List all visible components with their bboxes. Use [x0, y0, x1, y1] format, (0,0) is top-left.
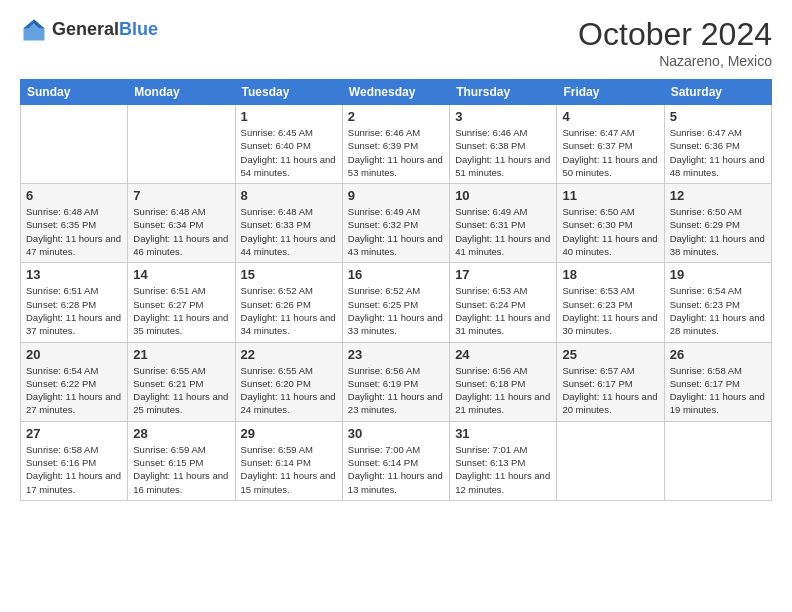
table-row — [128, 105, 235, 184]
cell-day-number: 20 — [26, 347, 122, 362]
table-row: 19Sunrise: 6:54 AM Sunset: 6:23 PM Dayli… — [664, 263, 771, 342]
cell-day-number: 4 — [562, 109, 658, 124]
cell-day-number: 13 — [26, 267, 122, 282]
cell-info: Sunrise: 6:50 AM Sunset: 6:29 PM Dayligh… — [670, 205, 766, 258]
cell-day-number: 8 — [241, 188, 337, 203]
table-row: 11Sunrise: 6:50 AM Sunset: 6:30 PM Dayli… — [557, 184, 664, 263]
cell-day-number: 6 — [26, 188, 122, 203]
table-row: 5Sunrise: 6:47 AM Sunset: 6:36 PM Daylig… — [664, 105, 771, 184]
cell-info: Sunrise: 6:46 AM Sunset: 6:39 PM Dayligh… — [348, 126, 444, 179]
cell-day-number: 3 — [455, 109, 551, 124]
cell-info: Sunrise: 6:56 AM Sunset: 6:19 PM Dayligh… — [348, 364, 444, 417]
header-thursday: Thursday — [450, 80, 557, 105]
calendar-week-row: 27Sunrise: 6:58 AM Sunset: 6:16 PM Dayli… — [21, 421, 772, 500]
cell-info: Sunrise: 6:50 AM Sunset: 6:30 PM Dayligh… — [562, 205, 658, 258]
cell-day-number: 27 — [26, 426, 122, 441]
cell-info: Sunrise: 6:59 AM Sunset: 6:14 PM Dayligh… — [241, 443, 337, 496]
header-tuesday: Tuesday — [235, 80, 342, 105]
cell-info: Sunrise: 6:47 AM Sunset: 6:37 PM Dayligh… — [562, 126, 658, 179]
weekday-header-row: Sunday Monday Tuesday Wednesday Thursday… — [21, 80, 772, 105]
cell-info: Sunrise: 6:48 AM Sunset: 6:34 PM Dayligh… — [133, 205, 229, 258]
cell-info: Sunrise: 7:00 AM Sunset: 6:14 PM Dayligh… — [348, 443, 444, 496]
table-row: 3Sunrise: 6:46 AM Sunset: 6:38 PM Daylig… — [450, 105, 557, 184]
cell-info: Sunrise: 6:47 AM Sunset: 6:36 PM Dayligh… — [670, 126, 766, 179]
cell-info: Sunrise: 6:58 AM Sunset: 6:17 PM Dayligh… — [670, 364, 766, 417]
table-row: 24Sunrise: 6:56 AM Sunset: 6:18 PM Dayli… — [450, 342, 557, 421]
cell-day-number: 5 — [670, 109, 766, 124]
month-title: October 2024 — [578, 16, 772, 53]
cell-day-number: 12 — [670, 188, 766, 203]
table-row: 28Sunrise: 6:59 AM Sunset: 6:15 PM Dayli… — [128, 421, 235, 500]
table-row: 1Sunrise: 6:45 AM Sunset: 6:40 PM Daylig… — [235, 105, 342, 184]
cell-info: Sunrise: 6:51 AM Sunset: 6:27 PM Dayligh… — [133, 284, 229, 337]
logo-text: GeneralBlue — [52, 20, 158, 40]
table-row: 22Sunrise: 6:55 AM Sunset: 6:20 PM Dayli… — [235, 342, 342, 421]
table-row: 2Sunrise: 6:46 AM Sunset: 6:39 PM Daylig… — [342, 105, 449, 184]
cell-day-number: 11 — [562, 188, 658, 203]
cell-info: Sunrise: 6:45 AM Sunset: 6:40 PM Dayligh… — [241, 126, 337, 179]
header-monday: Monday — [128, 80, 235, 105]
cell-info: Sunrise: 6:49 AM Sunset: 6:31 PM Dayligh… — [455, 205, 551, 258]
cell-info: Sunrise: 6:57 AM Sunset: 6:17 PM Dayligh… — [562, 364, 658, 417]
location: Nazareno, Mexico — [578, 53, 772, 69]
cell-info: Sunrise: 6:54 AM Sunset: 6:23 PM Dayligh… — [670, 284, 766, 337]
table-row: 15Sunrise: 6:52 AM Sunset: 6:26 PM Dayli… — [235, 263, 342, 342]
cell-info: Sunrise: 6:48 AM Sunset: 6:33 PM Dayligh… — [241, 205, 337, 258]
cell-info: Sunrise: 6:59 AM Sunset: 6:15 PM Dayligh… — [133, 443, 229, 496]
cell-day-number: 17 — [455, 267, 551, 282]
cell-day-number: 15 — [241, 267, 337, 282]
table-row: 30Sunrise: 7:00 AM Sunset: 6:14 PM Dayli… — [342, 421, 449, 500]
cell-day-number: 30 — [348, 426, 444, 441]
table-row: 13Sunrise: 6:51 AM Sunset: 6:28 PM Dayli… — [21, 263, 128, 342]
cell-info: Sunrise: 6:53 AM Sunset: 6:23 PM Dayligh… — [562, 284, 658, 337]
cell-day-number: 24 — [455, 347, 551, 362]
cell-day-number: 28 — [133, 426, 229, 441]
header-saturday: Saturday — [664, 80, 771, 105]
calendar-week-row: 20Sunrise: 6:54 AM Sunset: 6:22 PM Dayli… — [21, 342, 772, 421]
cell-day-number: 18 — [562, 267, 658, 282]
table-row — [664, 421, 771, 500]
table-row — [21, 105, 128, 184]
cell-info: Sunrise: 6:55 AM Sunset: 6:21 PM Dayligh… — [133, 364, 229, 417]
cell-info: Sunrise: 6:48 AM Sunset: 6:35 PM Dayligh… — [26, 205, 122, 258]
cell-day-number: 10 — [455, 188, 551, 203]
cell-day-number: 23 — [348, 347, 444, 362]
table-row: 25Sunrise: 6:57 AM Sunset: 6:17 PM Dayli… — [557, 342, 664, 421]
table-row: 23Sunrise: 6:56 AM Sunset: 6:19 PM Dayli… — [342, 342, 449, 421]
cell-day-number: 26 — [670, 347, 766, 362]
table-row: 17Sunrise: 6:53 AM Sunset: 6:24 PM Dayli… — [450, 263, 557, 342]
table-row: 27Sunrise: 6:58 AM Sunset: 6:16 PM Dayli… — [21, 421, 128, 500]
table-row: 9Sunrise: 6:49 AM Sunset: 6:32 PM Daylig… — [342, 184, 449, 263]
title-block: October 2024 Nazareno, Mexico — [578, 16, 772, 69]
cell-day-number: 14 — [133, 267, 229, 282]
header-sunday: Sunday — [21, 80, 128, 105]
logo: GeneralBlue — [20, 16, 158, 44]
table-row: 12Sunrise: 6:50 AM Sunset: 6:29 PM Dayli… — [664, 184, 771, 263]
cell-day-number: 29 — [241, 426, 337, 441]
header: GeneralBlue October 2024 Nazareno, Mexic… — [20, 16, 772, 69]
table-row: 4Sunrise: 6:47 AM Sunset: 6:37 PM Daylig… — [557, 105, 664, 184]
table-row: 31Sunrise: 7:01 AM Sunset: 6:13 PM Dayli… — [450, 421, 557, 500]
cell-info: Sunrise: 6:52 AM Sunset: 6:25 PM Dayligh… — [348, 284, 444, 337]
table-row: 20Sunrise: 6:54 AM Sunset: 6:22 PM Dayli… — [21, 342, 128, 421]
header-friday: Friday — [557, 80, 664, 105]
table-row: 21Sunrise: 6:55 AM Sunset: 6:21 PM Dayli… — [128, 342, 235, 421]
cell-info: Sunrise: 6:56 AM Sunset: 6:18 PM Dayligh… — [455, 364, 551, 417]
cell-day-number: 19 — [670, 267, 766, 282]
logo-blue: Blue — [119, 19, 158, 39]
table-row: 8Sunrise: 6:48 AM Sunset: 6:33 PM Daylig… — [235, 184, 342, 263]
cell-day-number: 31 — [455, 426, 551, 441]
cell-info: Sunrise: 6:49 AM Sunset: 6:32 PM Dayligh… — [348, 205, 444, 258]
calendar-table: Sunday Monday Tuesday Wednesday Thursday… — [20, 79, 772, 501]
calendar-week-row: 6Sunrise: 6:48 AM Sunset: 6:35 PM Daylig… — [21, 184, 772, 263]
cell-info: Sunrise: 6:46 AM Sunset: 6:38 PM Dayligh… — [455, 126, 551, 179]
logo-icon — [20, 16, 48, 44]
cell-day-number: 22 — [241, 347, 337, 362]
table-row: 14Sunrise: 6:51 AM Sunset: 6:27 PM Dayli… — [128, 263, 235, 342]
table-row: 26Sunrise: 6:58 AM Sunset: 6:17 PM Dayli… — [664, 342, 771, 421]
cell-day-number: 25 — [562, 347, 658, 362]
cell-info: Sunrise: 6:52 AM Sunset: 6:26 PM Dayligh… — [241, 284, 337, 337]
page: GeneralBlue October 2024 Nazareno, Mexic… — [0, 0, 792, 612]
table-row: 16Sunrise: 6:52 AM Sunset: 6:25 PM Dayli… — [342, 263, 449, 342]
logo-general: General — [52, 19, 119, 39]
